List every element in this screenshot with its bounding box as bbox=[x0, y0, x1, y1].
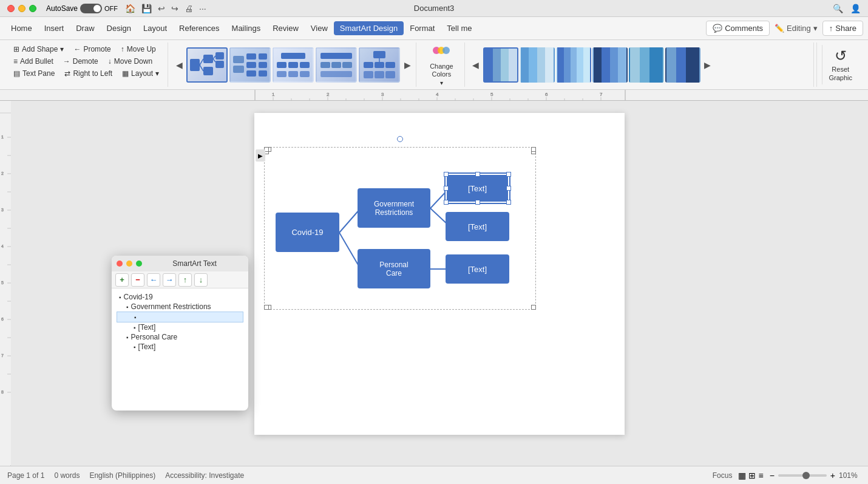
maximize-button[interactable] bbox=[29, 5, 36, 12]
focus-view-button[interactable]: ≡ bbox=[758, 471, 763, 480]
color-style-6[interactable] bbox=[665, 47, 700, 83]
outer-handle-bl[interactable] bbox=[264, 305, 269, 310]
reset-graphic-button[interactable]: ↺ ResetGraphic bbox=[822, 45, 858, 84]
demote-button[interactable]: → Demote bbox=[59, 56, 102, 67]
layouts-scroll-left-button[interactable]: ◀ bbox=[173, 44, 185, 86]
handle-mr[interactable] bbox=[506, 186, 511, 191]
color-style-4[interactable] bbox=[592, 47, 628, 83]
document-area[interactable]: SmartArt Text + − ← → ↑ ↓ ▪ Covid-19 bbox=[11, 101, 868, 466]
node-personal-care[interactable]: PersonalCare bbox=[358, 249, 430, 288]
layout-style-2[interactable] bbox=[229, 47, 271, 83]
handle-tr[interactable] bbox=[506, 172, 511, 177]
save-icon[interactable]: 💾 bbox=[141, 4, 152, 13]
node-covid[interactable]: Covid-19 bbox=[276, 213, 339, 252]
panel-indent-left-button[interactable]: ← bbox=[147, 273, 160, 287]
text-pane-button[interactable]: ▤ Text Pane bbox=[10, 68, 58, 79]
accessibility-info[interactable]: Accessibility: Investigate bbox=[165, 471, 244, 480]
color-style-2[interactable] bbox=[520, 47, 555, 83]
panel-move-down-button[interactable]: ↓ bbox=[194, 273, 208, 287]
close-button[interactable] bbox=[7, 5, 15, 12]
menu-mailings[interactable]: Mailings bbox=[226, 21, 267, 35]
handle-bl[interactable] bbox=[444, 200, 449, 205]
layout-style-3[interactable] bbox=[273, 47, 314, 83]
home-icon[interactable]: 🏠 bbox=[125, 4, 135, 13]
panel-indent-right-button[interactable]: → bbox=[163, 273, 176, 287]
panel-item-empty[interactable]: ▪ bbox=[117, 312, 243, 322]
node-gov-restrictions[interactable]: GovernmentRestrictions bbox=[358, 188, 430, 228]
add-shape-button[interactable]: ⊞ Add Shape ▾ bbox=[10, 44, 67, 55]
account-icon[interactable]: 👤 bbox=[850, 4, 861, 13]
layout-style-4[interactable] bbox=[316, 47, 357, 83]
panel-maximize-button[interactable] bbox=[136, 261, 142, 267]
expand-left-button[interactable]: ▶ bbox=[256, 149, 265, 162]
outer-handle-br[interactable] bbox=[531, 305, 536, 310]
zoom-slider[interactable] bbox=[778, 474, 827, 477]
menu-insert[interactable]: Insert bbox=[38, 21, 70, 35]
menu-design[interactable]: Design bbox=[101, 21, 137, 35]
chevron-down-icon[interactable]: ▾ bbox=[813, 24, 818, 33]
panel-minimize-button[interactable] bbox=[126, 261, 132, 267]
node-text-2[interactable]: [Text] bbox=[446, 212, 509, 241]
more-actions-icon[interactable]: ··· bbox=[199, 4, 206, 13]
handle-bm[interactable] bbox=[475, 200, 480, 205]
panel-item-text1[interactable]: ▪ [Text] bbox=[117, 322, 243, 332]
menu-tell-me[interactable]: Tell me bbox=[441, 21, 478, 35]
outer-handle-tr[interactable] bbox=[531, 147, 536, 152]
handle-tl[interactable] bbox=[444, 172, 449, 177]
panel-item-covid[interactable]: ▪ Covid-19 bbox=[117, 292, 243, 302]
rotation-handle[interactable] bbox=[397, 136, 403, 142]
layout-button[interactable]: ▦ Layout ▾ bbox=[118, 68, 163, 79]
menu-layout[interactable]: Layout bbox=[137, 21, 173, 35]
smartart-diagram[interactable]: Covid-19 GovernmentRestrictions Personal… bbox=[266, 149, 534, 307]
move-up-button[interactable]: ↑ Move Up bbox=[117, 44, 160, 55]
color-style-5[interactable] bbox=[629, 47, 664, 83]
zoom-in-button[interactable]: + bbox=[830, 471, 835, 480]
zoom-out-button[interactable]: − bbox=[770, 471, 775, 480]
search-icon[interactable]: 🔍 bbox=[833, 4, 843, 13]
layout-style-1[interactable] bbox=[186, 47, 228, 83]
move-down-button[interactable]: ↓ Move Down bbox=[104, 56, 156, 67]
print-icon[interactable]: 🖨 bbox=[185, 4, 193, 13]
color-styles-scroll-right-button[interactable]: ▶ bbox=[702, 44, 714, 86]
print-layout-button[interactable]: ▦ bbox=[738, 471, 746, 480]
web-layout-button[interactable]: ⊞ bbox=[748, 471, 756, 480]
menu-view[interactable]: View bbox=[305, 21, 334, 35]
svg-text:1: 1 bbox=[1, 135, 4, 139]
menu-smartart-design[interactable]: SmartArt Design bbox=[334, 21, 404, 35]
undo-icon[interactable]: ↩ bbox=[158, 4, 165, 13]
minimize-button[interactable] bbox=[18, 5, 25, 12]
share-button[interactable]: ↑ Share bbox=[822, 21, 863, 36]
color-style-3[interactable] bbox=[556, 47, 591, 83]
zoom-level[interactable]: 101% bbox=[839, 471, 861, 480]
panel-add-button[interactable]: + bbox=[115, 273, 129, 287]
handle-ml[interactable] bbox=[444, 186, 449, 191]
panel-remove-button[interactable]: − bbox=[131, 273, 144, 287]
panel-move-up-button[interactable]: ↑ bbox=[178, 273, 192, 287]
handle-br[interactable] bbox=[506, 200, 511, 205]
change-colors-button[interactable]: ChangeColors ▾ bbox=[424, 41, 459, 89]
menu-references[interactable]: References bbox=[173, 21, 225, 35]
comments-button[interactable]: 💬 Comments bbox=[706, 21, 770, 36]
menu-format[interactable]: Format bbox=[404, 21, 441, 35]
handle-tm[interactable] bbox=[475, 172, 480, 177]
redo-icon[interactable]: ↪ bbox=[171, 4, 178, 13]
panel-item-text2[interactable]: ▪ [Text] bbox=[117, 342, 243, 352]
panel-item-gov[interactable]: ▪ Government Restrictions bbox=[117, 302, 243, 312]
panel-close-button[interactable] bbox=[117, 261, 123, 267]
language-selector[interactable]: English (Philippines) bbox=[89, 471, 155, 480]
node-text-1[interactable]: [Text] bbox=[446, 174, 509, 203]
layouts-scroll-right-button[interactable]: ▶ bbox=[401, 44, 413, 86]
add-bullet-button[interactable]: ≡ Add Bullet bbox=[10, 56, 57, 67]
focus-button[interactable]: Focus bbox=[713, 471, 733, 480]
menu-review[interactable]: Review bbox=[266, 21, 305, 35]
right-to-left-button[interactable]: ⇄ Right to Left bbox=[61, 68, 116, 79]
promote-button[interactable]: ← Promote bbox=[70, 44, 114, 55]
menu-draw[interactable]: Draw bbox=[70, 21, 100, 35]
menu-home[interactable]: Home bbox=[5, 21, 38, 35]
color-styles-scroll-left-button[interactable]: ◀ bbox=[470, 44, 482, 86]
color-style-1[interactable] bbox=[483, 47, 518, 83]
node-text-3[interactable]: [Text] bbox=[446, 254, 509, 284]
layout-style-5[interactable] bbox=[359, 47, 400, 83]
panel-item-care[interactable]: ▪ Personal Care bbox=[117, 332, 243, 342]
autosave-toggle[interactable] bbox=[80, 4, 102, 13]
